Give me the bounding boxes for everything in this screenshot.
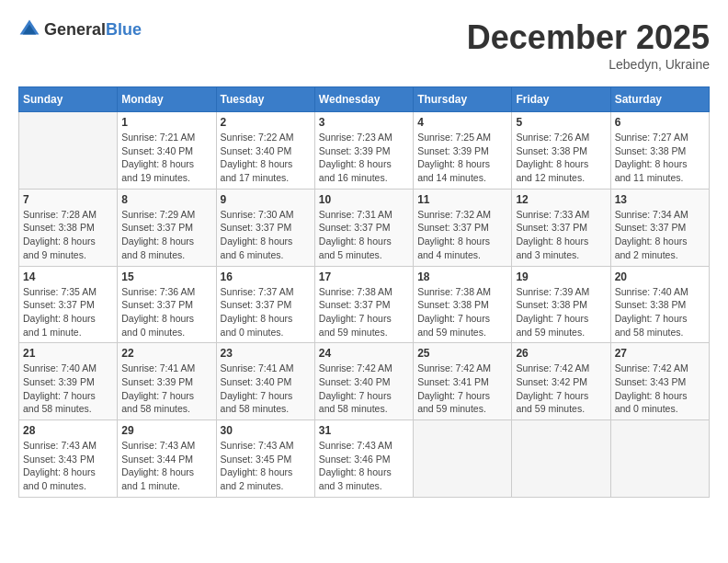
calendar-cell xyxy=(610,420,709,498)
calendar-table: SundayMondayTuesdayWednesdayThursdayFrid… xyxy=(18,86,710,498)
day-info: Sunrise: 7:37 AMSunset: 3:37 PMDaylight:… xyxy=(221,285,311,339)
calendar-week-row: 1Sunrise: 7:21 AMSunset: 3:40 PMDaylight… xyxy=(19,112,710,190)
calendar-cell: 10Sunrise: 7:31 AMSunset: 3:37 PMDayligh… xyxy=(314,189,413,266)
day-info: Sunrise: 7:42 AMSunset: 3:43 PMDaylight:… xyxy=(615,362,705,416)
day-number: 5 xyxy=(516,116,606,129)
calendar-cell: 22Sunrise: 7:41 AMSunset: 3:39 PMDayligh… xyxy=(118,343,216,420)
calendar-cell: 26Sunrise: 7:42 AMSunset: 3:42 PMDayligh… xyxy=(512,343,610,420)
day-number: 20 xyxy=(615,270,705,283)
calendar-cell: 11Sunrise: 7:32 AMSunset: 3:37 PMDayligh… xyxy=(414,189,512,266)
calendar-cell: 30Sunrise: 7:43 AMSunset: 3:45 PMDayligh… xyxy=(216,420,314,498)
calendar-week-row: 14Sunrise: 7:35 AMSunset: 3:37 PMDayligh… xyxy=(19,266,710,343)
calendar-cell: 8Sunrise: 7:29 AMSunset: 3:37 PMDaylight… xyxy=(118,189,216,266)
calendar-cell: 12Sunrise: 7:33 AMSunset: 3:37 PMDayligh… xyxy=(512,189,610,266)
day-number: 27 xyxy=(615,347,705,360)
day-info: Sunrise: 7:43 AMSunset: 3:46 PMDaylight:… xyxy=(319,439,409,493)
calendar-cell: 3Sunrise: 7:23 AMSunset: 3:39 PMDaylight… xyxy=(314,112,413,190)
day-info: Sunrise: 7:41 AMSunset: 3:39 PMDaylight:… xyxy=(121,362,211,416)
calendar-cell: 21Sunrise: 7:40 AMSunset: 3:39 PMDayligh… xyxy=(19,343,118,420)
day-number: 8 xyxy=(121,193,211,206)
day-info: Sunrise: 7:33 AMSunset: 3:37 PMDaylight:… xyxy=(516,208,606,262)
day-number: 3 xyxy=(319,116,409,129)
month-title: December 2025 xyxy=(467,18,710,57)
day-info: Sunrise: 7:32 AMSunset: 3:37 PMDaylight:… xyxy=(417,208,507,262)
calendar-cell: 24Sunrise: 7:42 AMSunset: 3:40 PMDayligh… xyxy=(314,343,413,420)
calendar-cell: 19Sunrise: 7:39 AMSunset: 3:38 PMDayligh… xyxy=(512,266,610,343)
calendar-cell: 9Sunrise: 7:30 AMSunset: 3:37 PMDaylight… xyxy=(216,189,314,266)
day-info: Sunrise: 7:35 AMSunset: 3:37 PMDaylight:… xyxy=(23,285,113,339)
day-number: 9 xyxy=(221,193,311,206)
day-number: 26 xyxy=(516,347,606,360)
day-number: 15 xyxy=(121,270,211,283)
calendar-cell: 14Sunrise: 7:35 AMSunset: 3:37 PMDayligh… xyxy=(19,266,118,343)
day-number: 28 xyxy=(23,424,113,437)
calendar-cell: 20Sunrise: 7:40 AMSunset: 3:38 PMDayligh… xyxy=(610,266,709,343)
calendar-cell: 7Sunrise: 7:28 AMSunset: 3:38 PMDaylight… xyxy=(19,189,118,266)
day-number: 24 xyxy=(319,347,409,360)
calendar-cell: 1Sunrise: 7:21 AMSunset: 3:40 PMDaylight… xyxy=(118,112,216,190)
calendar-cell: 17Sunrise: 7:38 AMSunset: 3:37 PMDayligh… xyxy=(314,266,413,343)
logo: GeneralBlue xyxy=(18,18,142,40)
column-header-monday: Monday xyxy=(118,87,216,112)
day-info: Sunrise: 7:21 AMSunset: 3:40 PMDaylight:… xyxy=(121,131,211,185)
calendar-week-row: 28Sunrise: 7:43 AMSunset: 3:43 PMDayligh… xyxy=(19,420,710,498)
column-header-thursday: Thursday xyxy=(414,87,512,112)
day-info: Sunrise: 7:43 AMSunset: 3:43 PMDaylight:… xyxy=(23,439,113,493)
day-info: Sunrise: 7:40 AMSunset: 3:38 PMDaylight:… xyxy=(615,285,705,339)
calendar-week-row: 21Sunrise: 7:40 AMSunset: 3:39 PMDayligh… xyxy=(19,343,710,420)
calendar-cell: 25Sunrise: 7:42 AMSunset: 3:41 PMDayligh… xyxy=(414,343,512,420)
column-header-wednesday: Wednesday xyxy=(314,87,413,112)
day-info: Sunrise: 7:38 AMSunset: 3:37 PMDaylight:… xyxy=(319,285,409,339)
day-number: 12 xyxy=(516,193,606,206)
day-info: Sunrise: 7:40 AMSunset: 3:39 PMDaylight:… xyxy=(23,362,113,416)
location-subtitle: Lebedyn, Ukraine xyxy=(467,57,710,72)
day-info: Sunrise: 7:39 AMSunset: 3:38 PMDaylight:… xyxy=(516,285,606,339)
day-info: Sunrise: 7:42 AMSunset: 3:40 PMDaylight:… xyxy=(319,362,409,416)
calendar-cell: 18Sunrise: 7:38 AMSunset: 3:38 PMDayligh… xyxy=(414,266,512,343)
day-info: Sunrise: 7:23 AMSunset: 3:39 PMDaylight:… xyxy=(319,131,409,185)
day-info: Sunrise: 7:26 AMSunset: 3:38 PMDaylight:… xyxy=(516,131,606,185)
day-number: 18 xyxy=(417,270,507,283)
day-info: Sunrise: 7:28 AMSunset: 3:38 PMDaylight:… xyxy=(23,208,113,262)
calendar-cell: 27Sunrise: 7:42 AMSunset: 3:43 PMDayligh… xyxy=(610,343,709,420)
day-info: Sunrise: 7:41 AMSunset: 3:40 PMDaylight:… xyxy=(221,362,311,416)
calendar-cell: 5Sunrise: 7:26 AMSunset: 3:38 PMDaylight… xyxy=(512,112,610,190)
day-number: 13 xyxy=(615,193,705,206)
day-info: Sunrise: 7:22 AMSunset: 3:40 PMDaylight:… xyxy=(221,131,311,185)
page-header: GeneralBlue December 2025 Lebedyn, Ukrai… xyxy=(18,18,710,72)
day-info: Sunrise: 7:36 AMSunset: 3:37 PMDaylight:… xyxy=(121,285,211,339)
calendar-cell: 28Sunrise: 7:43 AMSunset: 3:43 PMDayligh… xyxy=(19,420,118,498)
day-number: 16 xyxy=(221,270,311,283)
calendar-cell: 31Sunrise: 7:43 AMSunset: 3:46 PMDayligh… xyxy=(314,420,413,498)
calendar-cell: 2Sunrise: 7:22 AMSunset: 3:40 PMDaylight… xyxy=(216,112,314,190)
calendar-cell: 13Sunrise: 7:34 AMSunset: 3:37 PMDayligh… xyxy=(610,189,709,266)
calendar-header-row: SundayMondayTuesdayWednesdayThursdayFrid… xyxy=(19,87,710,112)
day-info: Sunrise: 7:43 AMSunset: 3:44 PMDaylight:… xyxy=(121,439,211,493)
calendar-cell: 15Sunrise: 7:36 AMSunset: 3:37 PMDayligh… xyxy=(118,266,216,343)
day-info: Sunrise: 7:38 AMSunset: 3:38 PMDaylight:… xyxy=(417,285,507,339)
column-header-sunday: Sunday xyxy=(19,87,118,112)
calendar-cell: 16Sunrise: 7:37 AMSunset: 3:37 PMDayligh… xyxy=(216,266,314,343)
day-number: 31 xyxy=(319,424,409,437)
day-info: Sunrise: 7:42 AMSunset: 3:41 PMDaylight:… xyxy=(417,362,507,416)
day-number: 4 xyxy=(417,116,507,129)
day-number: 22 xyxy=(121,347,211,360)
day-info: Sunrise: 7:25 AMSunset: 3:39 PMDaylight:… xyxy=(417,131,507,185)
day-number: 21 xyxy=(23,347,113,360)
day-number: 14 xyxy=(23,270,113,283)
day-number: 17 xyxy=(319,270,409,283)
day-number: 19 xyxy=(516,270,606,283)
calendar-cell xyxy=(19,112,118,190)
logo-icon xyxy=(18,18,40,40)
day-info: Sunrise: 7:27 AMSunset: 3:38 PMDaylight:… xyxy=(615,131,705,185)
column-header-saturday: Saturday xyxy=(610,87,709,112)
calendar-cell: 23Sunrise: 7:41 AMSunset: 3:40 PMDayligh… xyxy=(216,343,314,420)
column-header-tuesday: Tuesday xyxy=(216,87,314,112)
day-number: 23 xyxy=(221,347,311,360)
day-info: Sunrise: 7:31 AMSunset: 3:37 PMDaylight:… xyxy=(319,208,409,262)
day-number: 6 xyxy=(615,116,705,129)
day-number: 10 xyxy=(319,193,409,206)
day-number: 2 xyxy=(221,116,311,129)
day-info: Sunrise: 7:43 AMSunset: 3:45 PMDaylight:… xyxy=(221,439,311,493)
column-header-friday: Friday xyxy=(512,87,610,112)
